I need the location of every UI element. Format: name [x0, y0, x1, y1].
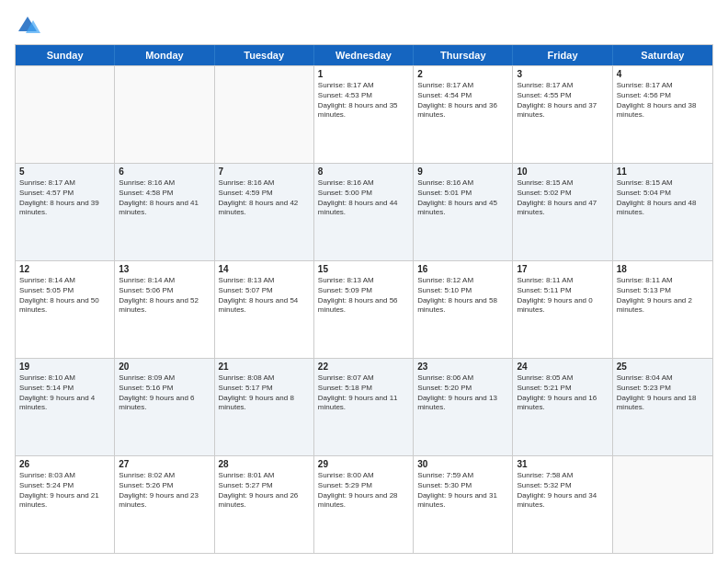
day-number: 16 — [417, 264, 508, 274]
cal-header-friday: Friday — [513, 45, 612, 65]
day-number: 4 — [617, 69, 709, 79]
day-number: 24 — [517, 362, 608, 372]
cal-row-1: 5Sunrise: 8:17 AM Sunset: 4:57 PM Daylig… — [16, 163, 712, 260]
day-number: 10 — [517, 167, 608, 177]
day-number: 29 — [318, 459, 409, 469]
day-info: Sunrise: 8:17 AM Sunset: 4:56 PM Dayligh… — [617, 81, 709, 121]
day-info: Sunrise: 8:09 AM Sunset: 5:16 PM Dayligh… — [119, 373, 210, 413]
cal-header-thursday: Thursday — [414, 45, 513, 65]
calendar-body: 1Sunrise: 8:17 AM Sunset: 4:53 PM Daylig… — [16, 65, 712, 553]
day-number: 6 — [119, 167, 210, 177]
cal-header-monday: Monday — [115, 45, 214, 65]
cal-cell-day-28: 28Sunrise: 8:01 AM Sunset: 5:27 PM Dayli… — [215, 456, 314, 553]
cal-cell-day-8: 8Sunrise: 8:16 AM Sunset: 5:00 PM Daylig… — [314, 164, 414, 260]
cal-cell-day-1: 1Sunrise: 8:17 AM Sunset: 4:53 PM Daylig… — [314, 66, 414, 163]
logo — [15, 13, 44, 39]
cal-cell-day-29: 29Sunrise: 8:00 AM Sunset: 5:29 PM Dayli… — [314, 456, 414, 553]
day-number: 17 — [517, 264, 608, 274]
day-number: 30 — [417, 459, 508, 469]
cal-cell-day-26: 26Sunrise: 8:03 AM Sunset: 5:24 PM Dayli… — [16, 456, 115, 553]
day-number: 15 — [318, 264, 409, 274]
day-info: Sunrise: 8:05 AM Sunset: 5:21 PM Dayligh… — [517, 373, 608, 413]
cal-cell-day-12: 12Sunrise: 8:14 AM Sunset: 5:05 PM Dayli… — [16, 261, 115, 358]
cal-cell-day-24: 24Sunrise: 8:05 AM Sunset: 5:21 PM Dayli… — [513, 359, 612, 455]
cal-row-2: 12Sunrise: 8:14 AM Sunset: 5:05 PM Dayli… — [16, 260, 712, 358]
cal-cell-day-22: 22Sunrise: 8:07 AM Sunset: 5:18 PM Dayli… — [314, 359, 414, 455]
day-number: 8 — [318, 167, 409, 177]
day-info: Sunrise: 8:03 AM Sunset: 5:24 PM Dayligh… — [19, 471, 110, 511]
day-number: 13 — [119, 264, 210, 274]
day-number: 28 — [219, 459, 310, 469]
day-number: 31 — [517, 459, 608, 469]
cal-cell-day-14: 14Sunrise: 8:13 AM Sunset: 5:07 PM Dayli… — [215, 261, 314, 358]
cal-cell-empty — [613, 456, 712, 553]
day-info: Sunrise: 8:01 AM Sunset: 5:27 PM Dayligh… — [219, 471, 310, 511]
day-number: 9 — [417, 167, 508, 177]
day-number: 11 — [617, 167, 709, 177]
cal-header-wednesday: Wednesday — [314, 45, 414, 65]
day-number: 26 — [19, 459, 110, 469]
day-number: 3 — [517, 69, 608, 79]
cal-cell-day-2: 2Sunrise: 8:17 AM Sunset: 4:54 PM Daylig… — [414, 66, 513, 163]
day-info: Sunrise: 8:14 AM Sunset: 5:06 PM Dayligh… — [119, 276, 210, 316]
day-info: Sunrise: 8:16 AM Sunset: 5:01 PM Dayligh… — [417, 178, 508, 218]
cal-header-tuesday: Tuesday — [215, 45, 314, 65]
header — [15, 9, 713, 39]
day-number: 2 — [417, 69, 508, 79]
day-info: Sunrise: 8:12 AM Sunset: 5:10 PM Dayligh… — [417, 276, 508, 316]
cal-cell-day-5: 5Sunrise: 8:17 AM Sunset: 4:57 PM Daylig… — [16, 164, 115, 260]
day-info: Sunrise: 8:14 AM Sunset: 5:05 PM Dayligh… — [19, 276, 110, 316]
day-number: 18 — [617, 264, 709, 274]
cal-cell-day-7: 7Sunrise: 8:16 AM Sunset: 4:59 PM Daylig… — [215, 164, 314, 260]
day-number: 23 — [417, 362, 508, 372]
day-info: Sunrise: 8:07 AM Sunset: 5:18 PM Dayligh… — [318, 373, 409, 413]
day-number: 7 — [219, 167, 310, 177]
logo-icon — [15, 13, 40, 39]
cal-cell-day-25: 25Sunrise: 8:04 AM Sunset: 5:23 PM Dayli… — [613, 359, 712, 455]
cal-row-0: 1Sunrise: 8:17 AM Sunset: 4:53 PM Daylig… — [16, 65, 712, 163]
cal-cell-day-20: 20Sunrise: 8:09 AM Sunset: 5:16 PM Dayli… — [115, 359, 214, 455]
day-info: Sunrise: 8:15 AM Sunset: 5:02 PM Dayligh… — [517, 178, 608, 218]
cal-cell-day-16: 16Sunrise: 8:12 AM Sunset: 5:10 PM Dayli… — [414, 261, 513, 358]
cal-cell-day-30: 30Sunrise: 7:59 AM Sunset: 5:30 PM Dayli… — [414, 456, 513, 553]
cal-cell-day-31: 31Sunrise: 7:58 AM Sunset: 5:32 PM Dayli… — [513, 456, 612, 553]
day-number: 27 — [119, 459, 210, 469]
day-info: Sunrise: 8:10 AM Sunset: 5:14 PM Dayligh… — [19, 373, 110, 413]
day-number: 19 — [19, 362, 110, 372]
calendar-header-row: SundayMondayTuesdayWednesdayThursdayFrid… — [16, 45, 712, 65]
day-info: Sunrise: 8:16 AM Sunset: 4:58 PM Dayligh… — [119, 178, 210, 218]
day-number: 20 — [119, 362, 210, 372]
cal-cell-day-13: 13Sunrise: 8:14 AM Sunset: 5:06 PM Dayli… — [115, 261, 214, 358]
cal-cell-day-23: 23Sunrise: 8:06 AM Sunset: 5:20 PM Dayli… — [414, 359, 513, 455]
day-number: 12 — [19, 264, 110, 274]
day-info: Sunrise: 8:15 AM Sunset: 5:04 PM Dayligh… — [617, 178, 709, 218]
day-number: 1 — [318, 69, 409, 79]
cal-header-saturday: Saturday — [613, 45, 712, 65]
cal-cell-day-10: 10Sunrise: 8:15 AM Sunset: 5:02 PM Dayli… — [513, 164, 612, 260]
day-number: 5 — [19, 167, 110, 177]
cal-cell-day-9: 9Sunrise: 8:16 AM Sunset: 5:01 PM Daylig… — [414, 164, 513, 260]
day-number: 22 — [318, 362, 409, 372]
day-info: Sunrise: 8:16 AM Sunset: 4:59 PM Dayligh… — [219, 178, 310, 218]
day-info: Sunrise: 8:02 AM Sunset: 5:26 PM Dayligh… — [119, 471, 210, 511]
cal-cell-day-18: 18Sunrise: 8:11 AM Sunset: 5:13 PM Dayli… — [613, 261, 712, 358]
cal-cell-day-17: 17Sunrise: 8:11 AM Sunset: 5:11 PM Dayli… — [513, 261, 612, 358]
day-info: Sunrise: 8:17 AM Sunset: 4:53 PM Dayligh… — [318, 81, 409, 121]
cal-cell-day-6: 6Sunrise: 8:16 AM Sunset: 4:58 PM Daylig… — [115, 164, 214, 260]
cal-row-4: 26Sunrise: 8:03 AM Sunset: 5:24 PM Dayli… — [16, 455, 712, 553]
cal-cell-day-27: 27Sunrise: 8:02 AM Sunset: 5:26 PM Dayli… — [115, 456, 214, 553]
day-number: 14 — [219, 264, 310, 274]
day-number: 25 — [617, 362, 709, 372]
day-info: Sunrise: 7:58 AM Sunset: 5:32 PM Dayligh… — [517, 471, 608, 511]
day-info: Sunrise: 7:59 AM Sunset: 5:30 PM Dayligh… — [417, 471, 508, 511]
cal-row-3: 19Sunrise: 8:10 AM Sunset: 5:14 PM Dayli… — [16, 358, 712, 455]
day-info: Sunrise: 8:17 AM Sunset: 4:57 PM Dayligh… — [19, 178, 110, 218]
cal-cell-day-11: 11Sunrise: 8:15 AM Sunset: 5:04 PM Dayli… — [613, 164, 712, 260]
day-info: Sunrise: 8:17 AM Sunset: 4:55 PM Dayligh… — [517, 81, 608, 121]
cal-cell-empty — [215, 66, 314, 163]
day-info: Sunrise: 8:13 AM Sunset: 5:09 PM Dayligh… — [318, 276, 409, 316]
day-info: Sunrise: 8:06 AM Sunset: 5:20 PM Dayligh… — [417, 373, 508, 413]
day-info: Sunrise: 8:08 AM Sunset: 5:17 PM Dayligh… — [219, 373, 310, 413]
day-info: Sunrise: 8:04 AM Sunset: 5:23 PM Dayligh… — [617, 373, 709, 413]
day-info: Sunrise: 8:17 AM Sunset: 4:54 PM Dayligh… — [417, 81, 508, 121]
